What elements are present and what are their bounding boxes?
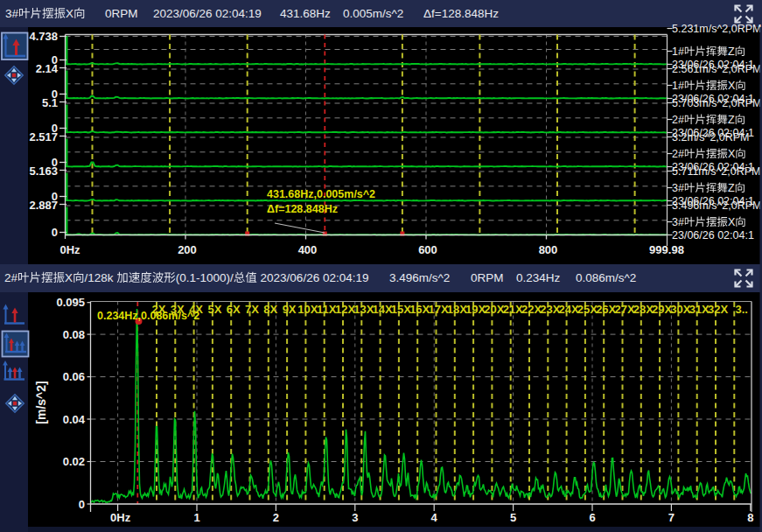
svg-text:3#: 3# — [5, 7, 19, 20]
svg-text:18X: 18X — [447, 303, 467, 316]
svg-text:3.496m/s^2: 3.496m/s^2 — [389, 271, 450, 284]
svg-text:17X: 17X — [428, 303, 448, 316]
svg-text:5X: 5X — [207, 303, 221, 316]
svg-text:X: X — [66, 7, 73, 20]
svg-text:2.887: 2.887 — [29, 199, 58, 212]
svg-text:23X: 23X — [540, 303, 560, 316]
svg-text:24X: 24X — [559, 303, 579, 316]
svg-text:431.68Hz,0.005m/s^2: 431.68Hz,0.005m/s^2 — [267, 188, 375, 200]
svg-text:Z: Z — [728, 114, 735, 126]
svg-text:3#: 3# — [672, 216, 684, 228]
svg-text:0.234Hz,0.086m/s^2: 0.234Hz,0.086m/s^2 — [97, 310, 199, 322]
svg-text:X: X — [728, 80, 736, 92]
svg-text:0.095: 0.095 — [56, 296, 85, 309]
svg-text:9X: 9X — [283, 303, 297, 316]
svg-text:Z: Z — [728, 46, 735, 58]
svg-text:0.04: 0.04 — [63, 413, 86, 426]
svg-text:28X: 28X — [633, 303, 654, 316]
svg-text:29X: 29X — [652, 303, 672, 316]
svg-text:2#: 2# — [672, 114, 684, 126]
svg-text:5.703m/s^2,0RPM: 5.703m/s^2,0RPM — [672, 97, 761, 109]
svg-text:19X: 19X — [465, 303, 486, 316]
svg-text:21X: 21X — [503, 303, 523, 316]
svg-text:2#: 2# — [4, 271, 18, 284]
svg-text:7: 7 — [668, 511, 675, 524]
svg-text:X: X — [728, 216, 736, 228]
svg-text:8X: 8X — [263, 303, 277, 316]
svg-text:7X: 7X — [245, 303, 259, 316]
svg-text:600: 600 — [418, 243, 437, 256]
svg-text:0.234Hz: 0.234Hz — [516, 271, 561, 284]
svg-text:3.2m/s^2,0RPM: 3.2m/s^2,0RPM — [672, 131, 750, 144]
svg-text:800: 800 — [539, 243, 558, 256]
svg-text:0.02: 0.02 — [63, 455, 85, 468]
svg-text:2: 2 — [273, 511, 279, 524]
svg-text:0.005m/s^2: 0.005m/s^2 — [343, 7, 403, 20]
svg-text:5: 5 — [510, 511, 516, 524]
svg-text:2.561m/s^2,0RPM: 2.561m/s^2,0RPM — [672, 63, 761, 75]
svg-text:6X: 6X — [227, 303, 241, 316]
svg-text:0: 0 — [52, 226, 58, 239]
svg-text:999.98: 999.98 — [649, 243, 684, 256]
svg-text:11X: 11X — [317, 303, 337, 316]
svg-text:Δf=128.848Hz: Δf=128.848Hz — [423, 7, 499, 20]
svg-text:2023/06/26 02:04:19: 2023/06/26 02:04:19 — [257, 271, 369, 284]
svg-text:0.06: 0.06 — [63, 370, 85, 383]
svg-text:3..: 3.. — [736, 303, 748, 316]
svg-text:Z: Z — [728, 182, 735, 194]
svg-text:20X: 20X — [484, 303, 504, 316]
svg-text:5.1: 5.1 — [42, 96, 58, 109]
svg-text:0RPM: 0RPM — [105, 7, 138, 20]
svg-text:1#: 1# — [672, 46, 684, 58]
svg-text:22X: 22X — [521, 303, 542, 316]
svg-text:12X: 12X — [335, 303, 355, 316]
svg-text:3: 3 — [352, 511, 358, 524]
svg-text:0: 0 — [79, 498, 85, 511]
svg-text:8: 8 — [747, 511, 753, 524]
svg-text:X: X — [65, 271, 73, 284]
svg-text:0.08: 0.08 — [63, 328, 85, 341]
svg-text:6: 6 — [589, 511, 595, 524]
svg-text:2#: 2# — [672, 148, 684, 160]
svg-text:3#: 3# — [672, 182, 684, 194]
svg-text:0RPM: 0RPM — [471, 271, 504, 284]
svg-text:14X: 14X — [373, 303, 393, 316]
svg-text:Δf=128.848Hz: Δf=128.848Hz — [267, 203, 338, 215]
svg-text:0Hz: 0Hz — [110, 511, 131, 524]
svg-text:10X: 10X — [297, 303, 318, 316]
svg-text:26X: 26X — [596, 303, 616, 316]
svg-text:431.68Hz: 431.68Hz — [280, 7, 331, 20]
svg-text:32X: 32X — [708, 303, 728, 316]
svg-text:5.711m/s^2,0RPM: 5.711m/s^2,0RPM — [672, 165, 761, 178]
svg-text:(0.1-1000)/: (0.1-1000)/ — [176, 271, 234, 284]
svg-text:16X: 16X — [409, 303, 430, 316]
svg-text:15X: 15X — [391, 303, 411, 316]
svg-text:5.231m/s^2,0RPM: 5.231m/s^2,0RPM — [672, 23, 761, 35]
svg-text:30X: 30X — [670, 303, 690, 316]
svg-text:25X: 25X — [577, 303, 598, 316]
svg-text:0.086m/s^2: 0.086m/s^2 — [576, 271, 636, 284]
svg-text:0Hz: 0Hz — [59, 243, 80, 256]
svg-text:2.14: 2.14 — [36, 62, 59, 75]
svg-text:23/06/26 02:04:1: 23/06/26 02:04:1 — [672, 229, 754, 242]
svg-text:31X: 31X — [689, 303, 710, 316]
svg-text:3.496m/s^2,0RPM: 3.496m/s^2,0RPM — [672, 200, 761, 212]
svg-text:2.517: 2.517 — [29, 130, 58, 144]
svg-text:13X: 13X — [353, 303, 374, 316]
svg-text:2023/06/26 02:04:19: 2023/06/26 02:04:19 — [153, 7, 262, 20]
svg-text:[m/s^2]: [m/s^2] — [34, 381, 48, 424]
svg-text:1#: 1# — [672, 80, 684, 92]
svg-text:4: 4 — [431, 511, 438, 524]
svg-text:27X: 27X — [614, 303, 634, 316]
svg-text:400: 400 — [298, 243, 318, 256]
svg-text:5.163: 5.163 — [29, 164, 58, 178]
svg-text:X: X — [728, 148, 736, 160]
svg-text:4.738: 4.738 — [29, 30, 58, 43]
svg-text:200: 200 — [178, 243, 197, 256]
svg-text:1: 1 — [193, 511, 199, 524]
svg-text:/128k: /128k — [85, 271, 117, 284]
